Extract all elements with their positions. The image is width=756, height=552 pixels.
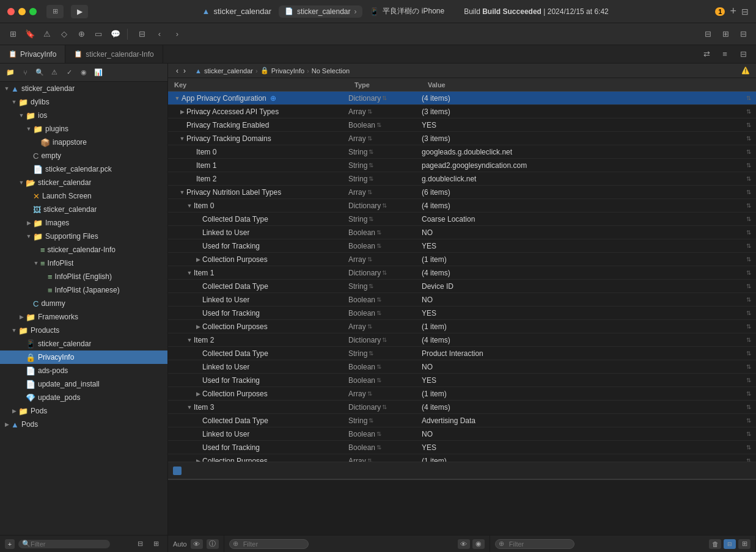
view-toggle-right[interactable]: ⊟ (735, 27, 751, 41)
sidebar-warning-btn[interactable]: ⚠ (48, 67, 61, 79)
sidebar-git-btn[interactable]: ⑂ (18, 67, 32, 79)
sidebar-item-images[interactable]: ▶ 📁 Images (0, 216, 167, 230)
tracking-enabled-val-stepper[interactable]: ⇅ (746, 122, 751, 128)
sidebar-item-update-pods[interactable]: ▶ 💎 update_pods (0, 391, 167, 404)
sidebar-item-plugins[interactable]: ▼ 📁 plugins (0, 122, 167, 136)
breadcrumb-file[interactable]: PrivacyInfo (271, 67, 304, 74)
center-obj-btn[interactable]: ◉ (472, 539, 485, 549)
right-filter-input[interactable] (495, 539, 574, 549)
row-nutrition-label-types[interactable]: ▼ Privacy Nutrition Label Types Array ⇅ … (168, 186, 756, 199)
sidebar-item-pck[interactable]: ▶ 📄 sticker_calendar.pck (0, 162, 167, 176)
sidebar-toggle-button[interactable]: ⊞ (46, 5, 64, 18)
sidebar-folder-btn[interactable]: 📁 (4, 67, 17, 79)
play-button[interactable]: ▶ (71, 5, 88, 18)
view-toggle-left[interactable]: ⊟ (700, 27, 716, 41)
issue-btn[interactable]: ◇ (56, 27, 72, 41)
row-privacy-accessed[interactable]: ▶ Privacy Accessed API Types Array ⇅ (3 … (168, 105, 756, 118)
sidebar-report-btn[interactable]: 📊 (92, 67, 105, 79)
row-app-privacy-config[interactable]: ▼ App Privacy Configuration ⊕ Dictionary… (168, 92, 756, 105)
row-item0-collected[interactable]: ▶ Collected Data Type String ⇅ Coarse Lo… (168, 212, 756, 226)
sidebar-item-frameworks[interactable]: ▶ 📁 Frameworks (0, 310, 167, 324)
view-toggle-center[interactable]: ⊞ (717, 27, 733, 41)
row-item1-tracking[interactable]: ▶ Used for Tracking Boolean ⇅ YES ⇅ (168, 307, 756, 320)
sidebar-item-sc-group[interactable]: ▼ 📂 sticker_calendar (0, 176, 167, 189)
chat-btn[interactable]: 💬 (108, 27, 123, 41)
sidebar-item-update-install[interactable]: ▶ 📄 update_and_install (0, 377, 167, 391)
row-item3-purposes[interactable]: ▶ Collection Purposes Array ⇅ (1 item) ⇅ (168, 454, 756, 462)
row-item1-nutrition[interactable]: ▼ Item 1 Dictionary ⇅ (4 items) ⇅ (168, 266, 756, 280)
sidebar-search-btn[interactable]: 🔍 (33, 67, 46, 79)
sidebar-item-inappstore[interactable]: ▶ 📦 inappstore (0, 136, 167, 149)
sidebar-item-ios[interactable]: ▼ 📁 ios (0, 109, 167, 122)
row-item1-domain[interactable]: ▶ Item 1 String ⇅ pagead2.googlesyndicat… (168, 159, 756, 172)
privacy-accessed-val-stepper[interactable]: ⇅ (746, 108, 751, 115)
row-item2-domain[interactable]: ▶ Item 2 String ⇅ g.doubleclick.net ⇅ (168, 172, 756, 186)
device-tab[interactable]: 📱 平良洋樹の iPhone (370, 6, 444, 16)
row-item2-linked[interactable]: ▶ Linked to User Boolean ⇅ NO ⇅ (168, 360, 756, 374)
add-button[interactable]: + (730, 5, 736, 18)
row-item2-nutrition[interactable]: ▼ Item 2 Dictionary ⇅ (4 items) ⇅ (168, 333, 756, 347)
sidebar-debug-btn[interactable]: ◉ (77, 67, 90, 79)
row-item2-collected[interactable]: ▶ Collected Data Type String ⇅ Product I… (168, 347, 756, 360)
sidebar-filter-input[interactable] (31, 540, 105, 548)
row-item2-purposes[interactable]: ▶ Collection Purposes Array ⇅ (1 item) ⇅ (168, 387, 756, 401)
sidebar-item-sc-app[interactable]: ▶ 📱 sticker_calendar (0, 337, 167, 350)
maximize-button[interactable] (29, 8, 37, 15)
nav-back-btn[interactable]: ‹ (152, 27, 167, 41)
row-item1-collected[interactable]: ▶ Collected Data Type String ⇅ Device ID… (168, 280, 756, 293)
row-item2-tracking[interactable]: ▶ Used for Tracking Boolean ⇅ YES ⇅ (168, 374, 756, 387)
auto-label[interactable]: Auto (173, 540, 187, 548)
editor-list-btn[interactable]: ≡ (717, 48, 733, 61)
warning-btn[interactable]: ⚠ (39, 27, 55, 41)
breadcrumb-project[interactable]: sticker_calendar (204, 67, 253, 74)
app-privacy-type-stepper[interactable]: ⇅ (382, 95, 387, 101)
breakpoint-btn[interactable]: ⊕ (73, 27, 89, 41)
warning-badge[interactable]: 1 (715, 7, 725, 16)
row-item3-collected[interactable]: ▶ Collected Data Type String ⇅ Advertisi… (168, 414, 756, 427)
row-item0-purposes[interactable]: ▶ Collection Purposes Array ⇅ (1 item) ⇅ (168, 253, 756, 266)
breadcrumb-forward-btn[interactable]: › (182, 67, 188, 75)
sidebar-item-privacyinfo[interactable]: ▶ 🔒 PrivacyInfo (0, 350, 167, 364)
minimize-button[interactable] (18, 8, 26, 15)
sidebar-item-infoplist-en[interactable]: ▶ ≡ InfoPlist (English) (0, 270, 167, 283)
row-item1-linked[interactable]: ▶ Linked to User Boolean ⇅ NO ⇅ (168, 293, 756, 307)
row-item3-linked[interactable]: ▶ Linked to User Boolean ⇅ NO ⇅ (168, 427, 756, 441)
sidebar-item-ads-pods[interactable]: ▶ 📄 ads-pods (0, 364, 167, 377)
row-item0-nutrition[interactable]: ▼ Item 0 Dictionary ⇅ (4 items) ⇅ (168, 199, 756, 212)
tracking-enabled-stepper[interactable]: ⇅ (376, 122, 381, 128)
row-privacy-tracking-domains[interactable]: ▼ Privacy Tracking Domains Array ⇅ (3 it… (168, 132, 756, 145)
app-privacy-val-stepper[interactable]: ⇅ (746, 95, 751, 101)
file-tab[interactable]: 📄 sticker_calendar › (279, 5, 362, 18)
breadcrumb-warning-icon[interactable]: ⚠️ (741, 67, 750, 74)
sidebar-view-btn2[interactable]: ⊞ (149, 538, 163, 550)
tab-privacyinfo[interactable]: 📋 PrivacyInfo (0, 45, 65, 63)
row-item0-domain[interactable]: ▶ Item 0 String ⇅ googleads.g.doubleclic… (168, 145, 756, 159)
sidebar-item-pods-group[interactable]: ▶ 📁 Pods (0, 404, 167, 418)
navigator-toggle-btn[interactable]: ⊞ (5, 27, 21, 41)
nav-forward-btn[interactable]: › (169, 27, 185, 41)
right-trash-btn[interactable]: 🗑 (709, 539, 721, 549)
sidebar-view-btn1[interactable]: ⊟ (133, 538, 147, 550)
center-eye-btn[interactable]: 👁 (458, 539, 470, 549)
sidebar-item-supporting-files[interactable]: ▼ 📁 Supporting Files (0, 230, 167, 243)
sidebar-item-dylibs[interactable]: ▼ 📁 dylibs (0, 95, 167, 109)
row-item3-nutrition[interactable]: ▼ Item 3 Dictionary ⇅ (4 items) ⇅ (168, 401, 756, 414)
sidebar-item-launch-screen[interactable]: ▶ ✕ Launch Screen (0, 189, 167, 203)
row-item0-linked[interactable]: ▶ Linked to User Boolean ⇅ NO ⇅ (168, 226, 756, 239)
split-view-button[interactable]: ⊟ (741, 7, 749, 16)
tracking-domains-stepper[interactable]: ⇅ (367, 135, 372, 142)
sidebar-item-infoplist-ja[interactable]: ▶ ≡ InfoPlist (Japanese) (0, 283, 167, 297)
tracking-domains-val-stepper[interactable]: ⇅ (746, 135, 751, 142)
right-view-btn2[interactable]: ⊞ (738, 539, 750, 549)
sidebar-item-root[interactable]: ▼ ▲ sticker_calendar (0, 82, 167, 95)
row-item0-tracking[interactable]: ▶ Used for Tracking Boolean ⇅ YES ⇅ (168, 239, 756, 253)
sidebar-item-empty[interactable]: ▶ C empty (0, 149, 167, 162)
sidebar-item-infoplist[interactable]: ▼ ≡ InfoPlist (0, 256, 167, 270)
tab-sticker-info[interactable]: 📋 sticker_calendar-Info (65, 45, 163, 63)
sidebar-add-btn[interactable]: + (5, 539, 15, 549)
bookmark-btn[interactable]: 🔖 (22, 27, 38, 41)
auto-eye-btn[interactable]: 👁 (191, 539, 203, 549)
auto-info-btn[interactable]: ⓘ (207, 539, 219, 549)
close-button[interactable] (7, 8, 15, 15)
sidebar-item-pods-root[interactable]: ▶ ▲ Pods (0, 418, 167, 431)
